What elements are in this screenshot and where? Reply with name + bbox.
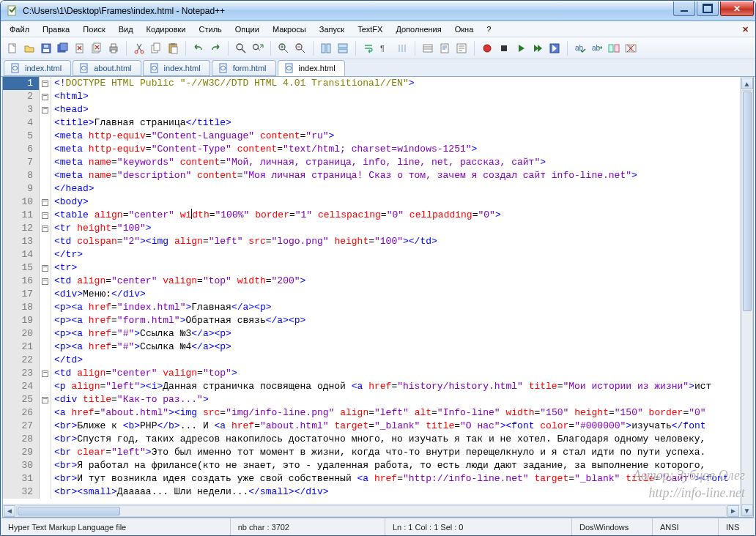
titlebar[interactable]: C:\Users\1\Desktop\Frames\index.html - N… — [1, 1, 755, 21]
code-line[interactable]: <html> — [51, 90, 740, 103]
code-editor[interactable]: 1<!DOCTYPE HTML Public "-//W3C//DTD HTML… — [3, 77, 740, 504]
menu-item[interactable]: Кодировки — [141, 23, 192, 36]
code-line[interactable]: <head> — [51, 103, 740, 116]
menu-item[interactable]: Окна — [449, 23, 480, 36]
spellcheck-next-icon[interactable]: ab — [590, 41, 604, 56]
close-window-button[interactable] — [720, 1, 754, 16]
menu-item[interactable]: Запуск — [314, 23, 350, 36]
sync-v-icon[interactable] — [319, 41, 333, 56]
maximize-button[interactable] — [697, 1, 719, 16]
code-line[interactable]: <br>Я работал на фрилансе(кто не знает, … — [51, 459, 740, 472]
fold-gutter[interactable] — [40, 248, 51, 261]
code-line[interactable]: <td colspan="2"><img align="left" src="l… — [51, 235, 740, 248]
save-icon[interactable] — [39, 41, 53, 56]
scroll-up-arrow-icon[interactable]: ▲ — [741, 78, 753, 89]
code-line[interactable]: </head> — [51, 182, 740, 196]
menu-item[interactable]: ? — [481, 23, 497, 36]
menu-item[interactable]: Правка — [37, 23, 75, 36]
fold-gutter[interactable] — [40, 380, 51, 393]
fold-gutter[interactable] — [40, 459, 51, 472]
fold-gutter[interactable] — [40, 222, 51, 235]
scroll-left-arrow-icon[interactable]: ◄ — [4, 505, 15, 517]
code-line[interactable]: </tr> — [51, 248, 740, 261]
doc-map-icon[interactable] — [437, 41, 452, 56]
document-tab[interactable]: index.html — [143, 60, 210, 76]
fold-gutter[interactable] — [40, 116, 51, 130]
fold-gutter[interactable] — [40, 301, 51, 314]
h-scroll-thumb[interactable] — [18, 507, 120, 515]
fold-gutter[interactable] — [40, 130, 51, 143]
code-line[interactable]: </td> — [51, 354, 740, 367]
code-line[interactable]: <p><a href="index.html">Главная</a><p> — [51, 301, 740, 314]
menu-item[interactable]: Стиль — [193, 23, 228, 36]
menu-item[interactable]: Опции — [229, 23, 265, 36]
function-list-icon[interactable] — [454, 41, 469, 56]
paste-icon[interactable] — [166, 41, 180, 56]
code-line[interactable]: <meta http-equiv="Content-Language" cont… — [51, 130, 740, 143]
horizontal-scrollbar[interactable]: ◄ ► — [3, 504, 740, 517]
open-file-icon[interactable] — [22, 41, 37, 56]
code-line[interactable]: <br clear="left">Это был именно тот моме… — [51, 446, 740, 459]
code-line[interactable]: <meta http-equiv="Content-Type" content=… — [51, 143, 740, 156]
fold-gutter[interactable] — [40, 446, 51, 459]
code-line[interactable]: <p><a href="#">Ссылка №3</a><p> — [51, 327, 740, 340]
folder-icon[interactable] — [420, 41, 435, 56]
code-line[interactable]: <td align="center" valign="top" width="2… — [51, 275, 740, 288]
save-macro-icon[interactable] — [547, 41, 562, 56]
menu-item[interactable]: TextFX — [352, 23, 388, 36]
code-line[interactable]: <meta name="description" content="Моя ли… — [51, 169, 740, 182]
indent-guide-icon[interactable] — [395, 41, 410, 56]
show-all-chars-icon[interactable]: ¶ — [378, 41, 393, 56]
undo-icon[interactable] — [191, 41, 206, 56]
menu-item[interactable]: Вид — [113, 23, 139, 36]
fold-gutter[interactable] — [40, 169, 51, 182]
fold-gutter[interactable] — [40, 327, 51, 340]
word-wrap-icon[interactable] — [361, 41, 376, 56]
close-icon[interactable] — [73, 41, 87, 56]
copy-icon[interactable] — [149, 41, 163, 56]
clear-compare-icon[interactable] — [623, 41, 638, 56]
fold-gutter[interactable] — [40, 367, 51, 380]
code-line[interactable]: <td align="center" valign="top"> — [51, 367, 740, 380]
fold-gutter[interactable] — [40, 420, 51, 433]
code-line[interactable]: <meta name="keywords" content="Мой, личн… — [51, 156, 740, 169]
save-all-icon[interactable] — [56, 41, 70, 56]
find-icon[interactable] — [234, 41, 248, 56]
fold-gutter[interactable] — [40, 314, 51, 327]
fold-gutter[interactable] — [40, 433, 51, 446]
document-tab[interactable]: index.html — [278, 60, 345, 76]
fold-gutter[interactable] — [40, 288, 51, 301]
stop-macro-icon[interactable] — [497, 41, 511, 56]
scroll-down-arrow-icon[interactable]: ▼ — [741, 505, 753, 516]
document-tab[interactable]: index.html — [4, 60, 71, 76]
code-line[interactable]: <p><a href="form.html">Обратная связь</a… — [51, 314, 740, 327]
fold-gutter[interactable] — [40, 77, 51, 90]
fold-gutter[interactable] — [40, 103, 51, 116]
fold-gutter[interactable] — [40, 406, 51, 420]
print-icon[interactable] — [106, 41, 121, 56]
code-line[interactable]: <tr> — [51, 261, 740, 275]
menu-item[interactable]: Макросы — [267, 23, 312, 36]
fold-gutter[interactable] — [40, 209, 51, 222]
fold-gutter[interactable] — [40, 156, 51, 169]
code-line[interactable]: <p><a href="#">Ссылка №4</a><p> — [51, 340, 740, 354]
compare-icon[interactable] — [607, 41, 621, 56]
code-line[interactable]: <a href="about.html"><img src="img/info-… — [51, 406, 740, 420]
code-line[interactable]: <br>И тут возникла идея создать уже свой… — [51, 472, 740, 485]
code-line[interactable]: <div>Меню:</div> — [51, 288, 740, 301]
menu-item[interactable]: Файл — [4, 23, 35, 36]
play-multi-icon[interactable] — [530, 41, 545, 56]
redo-icon[interactable] — [208, 41, 223, 56]
vertical-scrollbar[interactable]: ▲ ▼ — [740, 77, 753, 517]
close-document-x-icon[interactable]: ✕ — [739, 23, 751, 35]
fold-gutter[interactable] — [40, 261, 51, 275]
code-line[interactable]: <!DOCTYPE HTML Public "-//W3C//DTD HTML … — [51, 77, 740, 90]
fold-gutter[interactable] — [40, 354, 51, 367]
code-line[interactable]: <br><small>Дааааа... Шли недели...</smal… — [51, 485, 740, 499]
fold-gutter[interactable] — [40, 393, 51, 406]
close-all-icon[interactable] — [89, 41, 104, 56]
code-line[interactable]: <br>Ближе к <b>PHP</b>... И <a href="abo… — [51, 420, 740, 433]
code-line[interactable]: <body> — [51, 196, 740, 209]
menu-item[interactable]: Дополнения — [390, 23, 447, 36]
code-line[interactable]: <tr height="100"> — [51, 222, 740, 235]
